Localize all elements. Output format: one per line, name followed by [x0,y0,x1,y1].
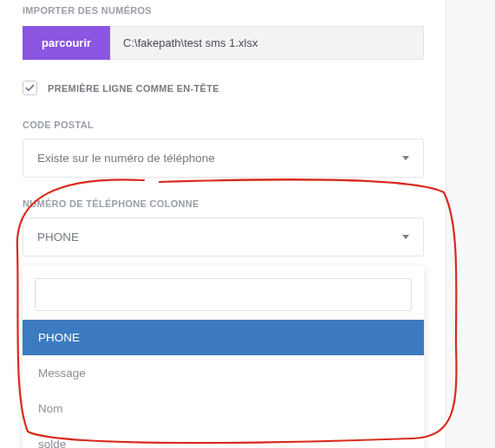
phone-col-label: NUMÉRO DE TÉLÉPHONE COLONNE [23,198,424,209]
first-line-header-checkbox[interactable] [23,81,37,95]
check-icon [25,83,35,93]
phone-col-select[interactable]: PHONE [23,218,424,256]
header-checkbox-row: PREMIÈRE LIGNE COMME EN-TÊTE [23,81,424,95]
first-line-header-label: PREMIÈRE LIGNE COMME EN-TÊTE [48,83,219,94]
dropdown-option-solde[interactable]: solde [23,426,424,448]
postal-select[interactable]: Existe sur le numéro de téléphone [23,139,424,178]
form-panel: IMPORTER DES NUMÉROS parcourir C:\fakepa… [0,0,446,448]
caret-down-icon [402,235,409,239]
postal-label: CODE POSTAL [23,120,424,130]
dropdown-search-wrap [23,278,424,320]
dropdown-option-phone[interactable]: PHONE [23,320,424,355]
phone-col-dropdown: PHONE Message Nom solde [23,266,424,448]
file-path-display: C:\fakepath\test sms 1.xlsx [110,26,424,60]
import-label: IMPORTER DES NUMÉROS [23,5,424,16]
phone-col-select-value: PHONE [37,230,79,243]
dropdown-option-nom[interactable]: Nom [23,391,424,426]
postal-select-value: Existe sur le numéro de téléphone [37,152,215,165]
import-row: parcourir C:\fakepath\test sms 1.xlsx [23,26,424,60]
browse-button[interactable]: parcourir [23,26,110,60]
dropdown-search-input[interactable] [35,278,412,311]
dropdown-option-message[interactable]: Message [23,355,424,391]
caret-down-icon [402,156,409,160]
phone-col-select-group: PHONE PHONE Message Nom solde [23,218,424,256]
